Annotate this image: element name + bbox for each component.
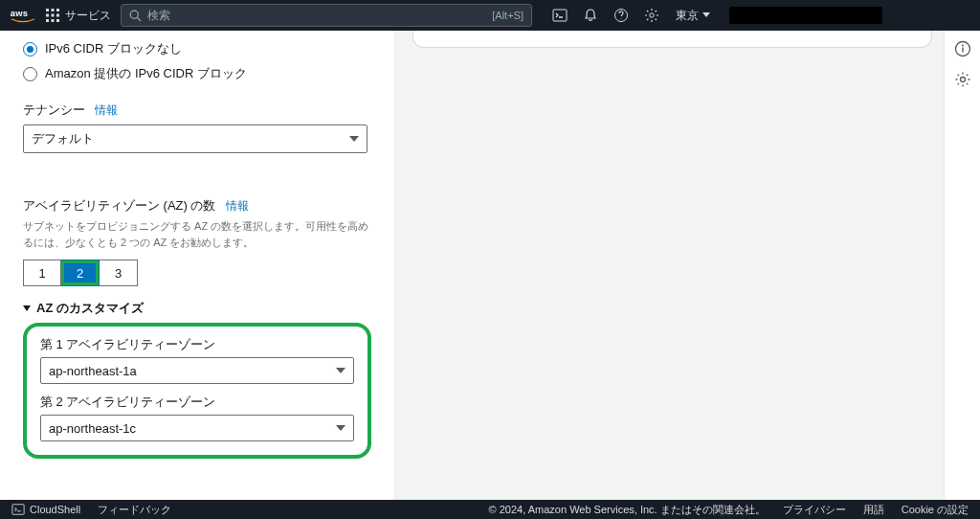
tenancy-value: デフォルト [32,130,94,147]
main-content: IPv6 CIDR ブロックなし Amazon 提供の IPv6 CIDR ブロ… [0,31,980,500]
help-icon[interactable] [612,7,630,24]
region-label: 東京 [676,8,699,24]
terms-link[interactable]: 用語 [863,503,884,517]
top-nav: aws サービス [Alt+S] 東京 [0,0,980,31]
svg-rect-17 [962,48,963,53]
svg-rect-2 [52,9,55,11]
preview-panel [395,31,980,500]
cloudshell-icon[interactable] [551,7,568,24]
grid-icon [46,9,59,22]
settings-icon[interactable] [643,7,660,24]
az-customize-label: AZ のカスタマイズ [36,300,144,317]
svg-rect-8 [52,19,55,22]
aws-logo[interactable]: aws [10,8,36,23]
terminal-icon [11,503,25,516]
ipv6-amazon-radio[interactable]: Amazon 提供の IPv6 CIDR ブロック [23,61,371,86]
tenancy-label: テナンシー [23,102,85,119]
feedback-link[interactable]: フィードバック [98,503,171,517]
chevron-down-icon [702,12,710,18]
radio-unselected-icon [23,67,37,81]
gear-icon[interactable] [954,71,971,88]
svg-rect-19 [12,505,24,515]
az-customize-panel: 第 1 アベイラビリティーゾーン ap-northeast-1a 第 2 アベイ… [23,323,371,459]
az-help-text: サブネットをプロビジョニングする AZ の数を選択します。可用性を高めるには、少… [23,218,371,250]
az-customize-toggle[interactable]: AZ のカスタマイズ [23,300,371,317]
ipv6-none-radio[interactable]: IPv6 CIDR ブロックなし [23,36,371,61]
privacy-link[interactable]: プライバシー [783,503,846,517]
svg-rect-9 [56,19,59,22]
az-count-segmented: 1 2 3 [23,260,371,286]
cookie-link[interactable]: Cookie の設定 [902,503,969,517]
right-tools [944,31,980,500]
services-menu-button[interactable]: サービス [46,8,111,24]
notifications-icon[interactable] [582,7,599,24]
svg-rect-4 [46,14,49,17]
chevron-down-icon [336,368,345,373]
config-panel: IPv6 CIDR ブロックなし Amazon 提供の IPv6 CIDR ブロ… [0,31,395,500]
footer-bar: CloudShell フィードバック © 2024, Amazon Web Se… [0,500,980,519]
az-count-label: アベイラビリティゾーン (AZ) の数 [23,197,216,214]
global-search[interactable]: [Alt+S] [121,4,532,27]
az2-label: 第 2 アベイラビリティーゾーン [40,394,354,411]
svg-point-14 [650,13,654,17]
ipv6-none-label: IPv6 CIDR ブロックなし [45,40,182,57]
svg-rect-12 [553,10,567,21]
svg-point-18 [960,78,965,82]
search-shortcut-hint: [Alt+S] [492,10,523,21]
region-selector[interactable]: 東京 [676,8,710,24]
services-label: サービス [65,8,111,24]
svg-rect-7 [46,19,49,22]
az-info-link[interactable]: 情報 [226,198,249,214]
az2-value: ap-northeast-1c [49,421,136,436]
az-option-2[interactable]: 2 [61,260,100,286]
svg-point-16 [962,45,964,47]
cloudshell-label: CloudShell [30,504,80,515]
az-option-3[interactable]: 3 [100,260,138,286]
triangle-down-icon [23,305,31,311]
chevron-down-icon [349,136,359,142]
az1-value: ap-northeast-1a [49,364,137,378]
search-input[interactable] [147,9,486,22]
radio-selected-icon [23,42,37,56]
svg-text:aws: aws [11,9,29,18]
az1-select[interactable]: ap-northeast-1a [40,357,354,384]
az2-select[interactable]: ap-northeast-1c [40,415,354,441]
info-panel-icon[interactable] [954,40,971,57]
svg-rect-6 [56,14,59,17]
svg-line-11 [138,17,142,21]
svg-rect-1 [46,9,49,11]
az1-label: 第 1 アベイラビリティーゾーン [40,336,354,353]
ipv6-amazon-label: Amazon 提供の IPv6 CIDR ブロック [45,65,247,82]
az-option-1[interactable]: 1 [23,260,61,286]
account-menu[interactable] [729,7,882,24]
svg-point-10 [130,11,138,18]
nav-icons-group [551,7,660,24]
chevron-down-icon [336,425,345,431]
svg-rect-5 [52,14,55,17]
tenancy-select[interactable]: デフォルト [23,124,368,153]
tenancy-label-row: テナンシー 情報 [23,102,371,119]
az-count-label-row: アベイラビリティゾーン (AZ) の数 情報 [23,197,371,214]
tenancy-info-link[interactable]: 情報 [95,102,118,119]
preview-card [412,31,932,48]
svg-rect-3 [56,9,59,11]
cloudshell-button[interactable]: CloudShell [11,503,80,516]
search-icon [129,10,142,22]
copyright-text: © 2024, Amazon Web Services, Inc. またはその関… [489,503,766,517]
